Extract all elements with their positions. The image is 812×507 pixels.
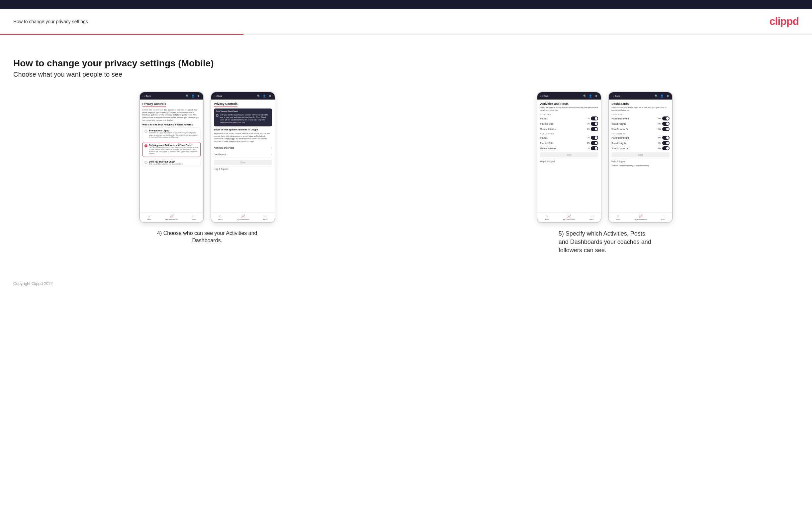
phone3-coaches-label: COACHES: [540, 113, 598, 115]
phone4-what-to-work2-toggle[interactable]: [662, 146, 669, 150]
profile-icon[interactable]: 👤: [191, 94, 195, 98]
phone4-section-title: Dashboards: [611, 102, 669, 106]
phone2-dashboards-row[interactable]: Dashboards ›: [214, 151, 272, 158]
phone3-followers-label: FOLLOWERS: [540, 133, 598, 135]
phone3-manual2-toggle[interactable]: [591, 146, 598, 150]
phone1-nav: ⌂ Home 📈 My Performance ☰ Menu: [140, 212, 203, 222]
arrow-icon-dashboards: ›: [271, 153, 272, 156]
settings-icon-2[interactable]: ⚙: [268, 94, 272, 98]
phone4-coaches-round-insights: Round Insights ON: [611, 122, 669, 126]
nav4-performance[interactable]: 📈 My Performance: [635, 214, 647, 221]
header-title: How to change your privacy settings: [13, 19, 88, 24]
phone4-round-insights2-label: Round Insights: [611, 142, 626, 144]
logo: clippd: [769, 15, 799, 27]
phone3-body: Activities and Posts Select the types of…: [537, 100, 601, 212]
phone3-manual1-toggle[interactable]: [591, 127, 598, 131]
phone2-body: Privacy Controls Only You and Your Coach…: [211, 100, 275, 212]
nav4-home[interactable]: ⌂ Home: [616, 214, 620, 221]
phone2-save-btn[interactable]: Save: [214, 160, 272, 165]
phone2-screen-title: Privacy Controls: [214, 102, 238, 107]
phone4-help-row: Help & Support: [611, 159, 669, 164]
phone3-rounds1-toggle[interactable]: [591, 116, 598, 120]
nav2-performance[interactable]: 📈 My Performance: [237, 214, 249, 221]
nav1-performance[interactable]: 📈 My Performance: [165, 214, 178, 221]
profile-icon-4[interactable]: 👤: [660, 94, 664, 98]
phone4-what-to-work-toggle[interactable]: [662, 127, 669, 131]
phone1-radio1[interactable]: [145, 130, 147, 133]
phone3-followers-rounds: Rounds ON: [540, 136, 598, 140]
phone1-option3-desc: Only you and the coaches you connect wit…: [149, 163, 183, 165]
phone4-player-dash2-toggle[interactable]: [662, 136, 669, 140]
nav2-home[interactable]: ⌂ Home: [218, 214, 222, 221]
phone3-help-row: Help & Support: [540, 159, 598, 164]
header-divider: [0, 34, 812, 35]
phone2-section-heading: Show or hide specific features in Clippd: [214, 128, 272, 131]
phone4-followers-label: FOLLOWERS: [611, 133, 669, 135]
settings-icon-3[interactable]: ⚙: [594, 94, 598, 98]
phone4-icons: 🔍 👤 ⚙: [654, 94, 669, 98]
caption-left: 4) Choose who can see your Activities an…: [151, 230, 264, 244]
phone1-radio2[interactable]: [145, 144, 147, 147]
phone1-option1[interactable]: Everyone on Clippd Everyone on Clippd ca…: [143, 127, 201, 140]
phone4-help-label: Help & Support: [611, 160, 626, 163]
phone4-back[interactable]: ‹ < Back: [611, 95, 620, 97]
phone3-save-btn[interactable]: Save: [540, 152, 598, 157]
phone4-save-btn[interactable]: Save: [611, 152, 669, 157]
phone2-help-label: Help & Support: [214, 168, 229, 170]
phone4-player-dash-toggle[interactable]: [662, 116, 669, 120]
phone3-manual2-label: Manual Activities: [540, 147, 556, 150]
phone1-back[interactable]: ‹ < Back: [143, 95, 151, 97]
nav3-menu[interactable]: ☰ Menu: [590, 214, 594, 221]
phone3-back[interactable]: ‹ < Back: [540, 95, 548, 97]
footer: Copyright Clippd 2022: [0, 275, 812, 293]
phone4-round-insights-label: Round Insights: [611, 123, 626, 125]
search-icon-4[interactable]: 🔍: [654, 94, 658, 98]
phone4-player-dash-label: Player Dashboard: [611, 117, 629, 120]
nav4-menu[interactable]: ☰ Menu: [661, 214, 665, 221]
phone1-option3[interactable]: Only You and Your Coach Only you and the…: [143, 159, 201, 167]
phone1-option2-title: Only Approved Followers and Your Coach: [149, 144, 199, 146]
phone3-practice2-toggle[interactable]: [591, 141, 598, 145]
phone3-nav: ⌂ Home 📈 My Performance ☰ Menu: [537, 212, 601, 222]
screenshot-group-right: ‹ < Back 🔍 👤 ⚙ Activities and Posts Sele…: [411, 92, 799, 255]
nav3-home[interactable]: ⌂ Home: [545, 214, 549, 221]
phone3-practice1-label: Practice Drills: [540, 123, 553, 125]
phone1-radio3[interactable]: [145, 161, 147, 164]
phone2-back[interactable]: ‹ < Back: [214, 95, 222, 97]
screenshot-pair-left: ‹ < Back 🔍 👤 ⚙ Privacy Controls Control …: [139, 92, 275, 223]
phone1-option2[interactable]: Only Approved Followers and Your Coach O…: [143, 142, 201, 157]
phone3-rounds2-toggle[interactable]: [591, 136, 598, 140]
phone2-activities-label: Activities and Posts: [214, 147, 234, 149]
phone4-topbar: ‹ < Back 🔍 👤 ⚙: [609, 92, 672, 100]
phone1-body-text: Control how you and your data appears to…: [143, 109, 201, 121]
search-icon-2[interactable]: 🔍: [257, 94, 261, 98]
profile-icon-3[interactable]: 👤: [589, 94, 593, 98]
header: How to change your privacy settings clip…: [0, 9, 812, 34]
phone1-topbar: ‹ < Back 🔍 👤 ⚙: [140, 92, 203, 100]
nav1-home[interactable]: ⌂ Home: [147, 214, 151, 221]
search-icon-3[interactable]: 🔍: [583, 94, 587, 98]
settings-icon-4[interactable]: ⚙: [666, 94, 669, 98]
nav2-menu[interactable]: ☰ Menu: [263, 214, 268, 221]
phone4-round-insights-toggle[interactable]: [662, 122, 669, 126]
phone4-coaches-label: COACHES: [611, 113, 669, 115]
phone3-coaches-practice: Practice Drills ON: [540, 122, 598, 126]
search-icon[interactable]: 🔍: [185, 94, 189, 98]
caption-right-line2: and Dashboards your coaches and: [559, 238, 651, 245]
phone2-tooltip: Only You and Your Coach Only you and the…: [214, 109, 272, 126]
phone3-practice1-toggle[interactable]: [591, 122, 598, 126]
nav3-performance[interactable]: 📈 My Performance: [563, 214, 575, 221]
top-bar: [0, 0, 812, 9]
settings-icon[interactable]: ⚙: [197, 94, 201, 98]
phone4-what-to-work2-label: What To Work On: [611, 147, 628, 150]
phone3-coaches-manual: Manual Activities ON: [540, 127, 598, 131]
phone4-followers-what-to-work: What To Work On ON: [611, 146, 669, 150]
caption-right-line3: followers can see.: [559, 247, 606, 253]
phone2-activities-row[interactable]: Activities and Posts ›: [214, 145, 272, 151]
phone4-round-insights2-toggle[interactable]: [662, 141, 669, 145]
profile-icon-2[interactable]: 👤: [262, 94, 266, 98]
nav1-menu[interactable]: ☰ Menu: [192, 214, 196, 221]
phone4-help-desc: Visit our Clippd community to troublesho…: [611, 165, 669, 167]
phone1-body: Privacy Controls Control how you and you…: [140, 100, 203, 212]
phone3-rounds1-label: Rounds: [540, 117, 547, 120]
